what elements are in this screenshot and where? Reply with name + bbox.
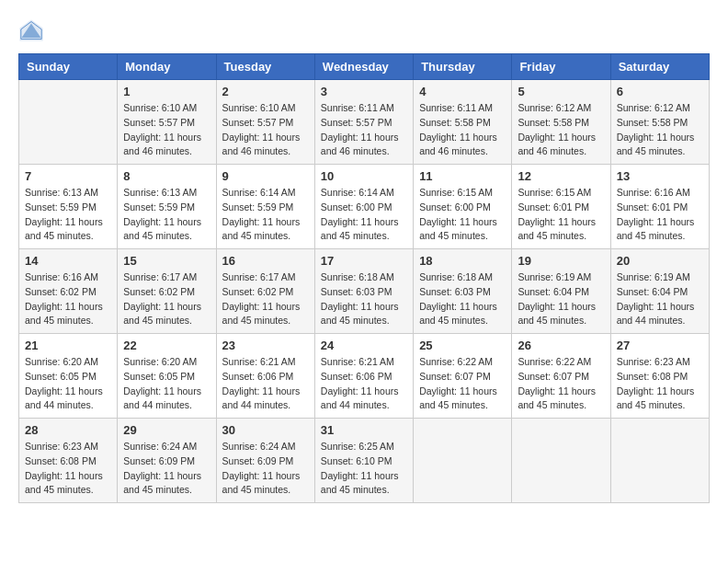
day-info: Sunrise: 6:16 AMSunset: 6:02 PMDaylight:… [25, 270, 111, 328]
day-info: Sunrise: 6:18 AMSunset: 6:03 PMDaylight:… [321, 270, 407, 328]
page-header [18, 18, 710, 44]
calendar-cell: 1Sunrise: 6:10 AMSunset: 5:57 PMDaylight… [118, 80, 216, 165]
day-info: Sunrise: 6:20 AMSunset: 6:05 PMDaylight:… [25, 355, 111, 413]
day-info: Sunrise: 6:15 AMSunset: 6:01 PMDaylight:… [518, 186, 604, 244]
col-header-saturday: Saturday [610, 54, 709, 80]
week-row-1: 1Sunrise: 6:10 AMSunset: 5:57 PMDaylight… [19, 80, 710, 165]
col-header-wednesday: Wednesday [314, 54, 413, 80]
day-info: Sunrise: 6:19 AMSunset: 6:04 PMDaylight:… [518, 270, 604, 328]
calendar-cell: 2Sunrise: 6:10 AMSunset: 5:57 PMDaylight… [216, 80, 314, 165]
calendar-cell: 29Sunrise: 6:24 AMSunset: 6:09 PMDayligh… [118, 419, 216, 503]
day-number: 23 [222, 339, 309, 352]
calendar-header-row: SundayMondayTuesdayWednesdayThursdayFrid… [19, 54, 710, 80]
day-number: 7 [25, 169, 111, 183]
col-header-monday: Monday [118, 54, 216, 80]
week-row-5: 28Sunrise: 6:23 AMSunset: 6:08 PMDayligh… [19, 419, 710, 503]
calendar-cell: 8Sunrise: 6:13 AMSunset: 5:59 PMDaylight… [118, 165, 216, 249]
day-number: 6 [617, 85, 703, 98]
day-number: 2 [222, 85, 309, 98]
calendar-cell: 26Sunrise: 6:22 AMSunset: 6:07 PMDayligh… [512, 334, 610, 419]
day-number: 3 [321, 85, 407, 98]
day-number: 13 [617, 169, 703, 183]
day-number: 14 [25, 254, 111, 268]
day-number: 10 [321, 169, 407, 183]
day-info: Sunrise: 6:12 AMSunset: 5:58 PMDaylight:… [617, 101, 703, 159]
day-number: 8 [123, 169, 210, 183]
day-number: 24 [321, 339, 407, 352]
calendar-cell: 4Sunrise: 6:11 AMSunset: 5:58 PMDaylight… [414, 80, 512, 165]
week-row-3: 14Sunrise: 6:16 AMSunset: 6:02 PMDayligh… [19, 249, 710, 334]
calendar-cell: 24Sunrise: 6:21 AMSunset: 6:06 PMDayligh… [314, 334, 413, 419]
day-number: 18 [419, 254, 506, 268]
calendar-cell: 11Sunrise: 6:15 AMSunset: 6:00 PMDayligh… [414, 165, 512, 249]
calendar-cell: 21Sunrise: 6:20 AMSunset: 6:05 PMDayligh… [19, 334, 118, 419]
calendar-cell [610, 419, 709, 503]
col-header-friday: Friday [512, 54, 610, 80]
day-info: Sunrise: 6:21 AMSunset: 6:06 PMDaylight:… [222, 355, 309, 413]
day-info: Sunrise: 6:24 AMSunset: 6:09 PMDaylight:… [123, 440, 210, 498]
calendar-cell [512, 419, 610, 503]
calendar-cell: 25Sunrise: 6:22 AMSunset: 6:07 PMDayligh… [414, 334, 512, 419]
day-info: Sunrise: 6:14 AMSunset: 5:59 PMDaylight:… [222, 186, 309, 244]
day-info: Sunrise: 6:11 AMSunset: 5:58 PMDaylight:… [419, 101, 506, 159]
day-number: 5 [518, 85, 604, 98]
calendar-cell: 31Sunrise: 6:25 AMSunset: 6:10 PMDayligh… [314, 419, 413, 503]
day-info: Sunrise: 6:17 AMSunset: 6:02 PMDaylight:… [222, 270, 309, 328]
col-header-tuesday: Tuesday [216, 54, 314, 80]
day-info: Sunrise: 6:12 AMSunset: 5:58 PMDaylight:… [518, 101, 604, 159]
day-info: Sunrise: 6:10 AMSunset: 5:57 PMDaylight:… [123, 101, 210, 159]
day-number: 20 [617, 254, 703, 268]
day-info: Sunrise: 6:20 AMSunset: 6:05 PMDaylight:… [123, 355, 210, 413]
calendar-cell: 15Sunrise: 6:17 AMSunset: 6:02 PMDayligh… [118, 249, 216, 334]
day-info: Sunrise: 6:16 AMSunset: 6:01 PMDaylight:… [617, 186, 703, 244]
calendar-cell: 19Sunrise: 6:19 AMSunset: 6:04 PMDayligh… [512, 249, 610, 334]
calendar-cell: 23Sunrise: 6:21 AMSunset: 6:06 PMDayligh… [216, 334, 314, 419]
day-number: 26 [518, 339, 604, 352]
calendar-cell: 30Sunrise: 6:24 AMSunset: 6:09 PMDayligh… [216, 419, 314, 503]
calendar-cell: 10Sunrise: 6:14 AMSunset: 6:00 PMDayligh… [314, 165, 413, 249]
calendar-cell [414, 419, 512, 503]
calendar-cell: 13Sunrise: 6:16 AMSunset: 6:01 PMDayligh… [610, 165, 709, 249]
calendar-cell: 20Sunrise: 6:19 AMSunset: 6:04 PMDayligh… [610, 249, 709, 334]
day-info: Sunrise: 6:13 AMSunset: 5:59 PMDaylight:… [123, 186, 210, 244]
day-info: Sunrise: 6:22 AMSunset: 6:07 PMDaylight:… [518, 355, 604, 413]
day-number: 9 [222, 169, 309, 183]
day-number: 15 [123, 254, 210, 268]
calendar-cell [19, 80, 118, 165]
calendar-cell: 22Sunrise: 6:20 AMSunset: 6:05 PMDayligh… [118, 334, 216, 419]
col-header-thursday: Thursday [414, 54, 512, 80]
day-number: 30 [222, 423, 309, 437]
calendar-cell: 17Sunrise: 6:18 AMSunset: 6:03 PMDayligh… [314, 249, 413, 334]
day-number: 12 [518, 169, 604, 183]
col-header-sunday: Sunday [19, 54, 118, 80]
calendar-cell: 12Sunrise: 6:15 AMSunset: 6:01 PMDayligh… [512, 165, 610, 249]
day-info: Sunrise: 6:19 AMSunset: 6:04 PMDaylight:… [617, 270, 703, 328]
calendar-cell: 14Sunrise: 6:16 AMSunset: 6:02 PMDayligh… [19, 249, 118, 334]
week-row-4: 21Sunrise: 6:20 AMSunset: 6:05 PMDayligh… [19, 334, 710, 419]
day-number: 29 [123, 423, 210, 437]
day-info: Sunrise: 6:18 AMSunset: 6:03 PMDaylight:… [419, 270, 506, 328]
logo-icon [18, 18, 44, 44]
day-number: 22 [123, 339, 210, 352]
calendar-cell: 5Sunrise: 6:12 AMSunset: 5:58 PMDaylight… [512, 80, 610, 165]
calendar-cell: 16Sunrise: 6:17 AMSunset: 6:02 PMDayligh… [216, 249, 314, 334]
day-number: 16 [222, 254, 309, 268]
calendar-cell: 18Sunrise: 6:18 AMSunset: 6:03 PMDayligh… [414, 249, 512, 334]
day-info: Sunrise: 6:13 AMSunset: 5:59 PMDaylight:… [25, 186, 111, 244]
day-number: 25 [419, 339, 506, 352]
day-info: Sunrise: 6:10 AMSunset: 5:57 PMDaylight:… [222, 101, 309, 159]
day-info: Sunrise: 6:23 AMSunset: 6:08 PMDaylight:… [25, 440, 111, 498]
day-number: 11 [419, 169, 506, 183]
day-number: 31 [321, 423, 407, 437]
day-number: 28 [25, 423, 111, 437]
day-number: 1 [123, 85, 210, 98]
logo [18, 18, 48, 44]
day-info: Sunrise: 6:17 AMSunset: 6:02 PMDaylight:… [123, 270, 210, 328]
calendar-cell: 3Sunrise: 6:11 AMSunset: 5:57 PMDaylight… [314, 80, 413, 165]
day-info: Sunrise: 6:11 AMSunset: 5:57 PMDaylight:… [321, 101, 407, 159]
day-number: 27 [617, 339, 703, 352]
calendar-cell: 7Sunrise: 6:13 AMSunset: 5:59 PMDaylight… [19, 165, 118, 249]
day-info: Sunrise: 6:15 AMSunset: 6:00 PMDaylight:… [419, 186, 506, 244]
week-row-2: 7Sunrise: 6:13 AMSunset: 5:59 PMDaylight… [19, 165, 710, 249]
day-info: Sunrise: 6:14 AMSunset: 6:00 PMDaylight:… [321, 186, 407, 244]
